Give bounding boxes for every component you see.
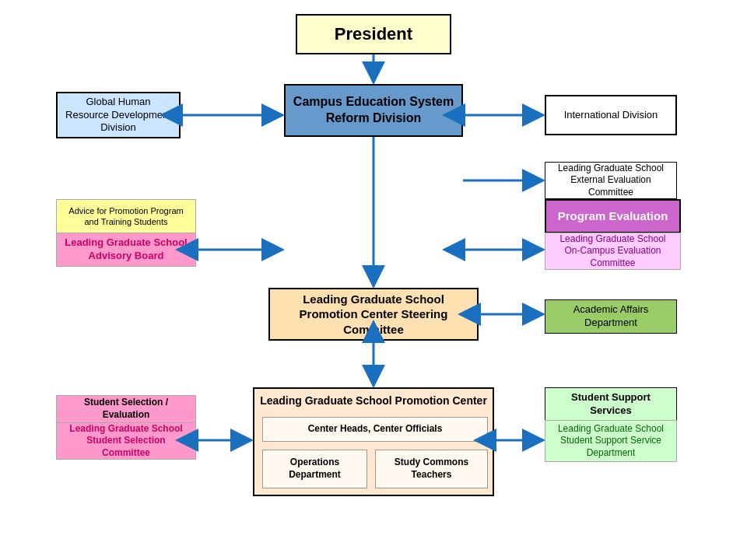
- student-sel-committee-label: Leading Graduate School Student Selectio…: [63, 423, 189, 460]
- president-label: President: [335, 23, 412, 46]
- support-dept-label: Leading Graduate School Student Support …: [552, 423, 670, 460]
- advice-label: Advice for Promotion Program and Trainin…: [63, 205, 189, 228]
- student-sel-label-text: Student Selection / Evaluation: [63, 397, 189, 421]
- international-box: International Division: [545, 95, 677, 135]
- academic-box: Academic Affairs Department: [545, 299, 677, 334]
- external-eval-label: Leading Graduate School External Evaluat…: [552, 163, 670, 199]
- advice-box: Advice for Promotion Program and Trainin…: [56, 199, 196, 233]
- student-sel-committee-box: Leading Graduate School Student Selectio…: [56, 422, 196, 460]
- operations-label: Operations Department: [263, 457, 366, 481]
- oncampus-eval-label: Leading Graduate School On-Campus Evalua…: [552, 233, 674, 270]
- oncampus-eval-box: Leading Graduate School On-Campus Evalua…: [545, 233, 681, 270]
- promotion-center-box: Leading Graduate School Promotion Center…: [253, 387, 494, 496]
- study-commons-box: Study Commons Teachers: [375, 450, 488, 488]
- global-label: Global Human Resource Development Divisi…: [64, 96, 173, 135]
- international-label: International Division: [564, 109, 658, 122]
- support-services-box: Student Support Services: [545, 387, 677, 422]
- study-commons-label: Study Commons Teachers: [376, 457, 487, 481]
- steering-label: Leading Graduate School Promotion Center…: [276, 292, 471, 338]
- advisory-label: Leading Graduate School Advisory Board: [63, 236, 189, 263]
- support-services-label: Student Support Services: [552, 391, 670, 418]
- org-chart: President Campus Education System Reform…: [0, 0, 747, 560]
- global-box: Global Human Resource Development Divisi…: [56, 92, 181, 138]
- president-box: President: [296, 14, 451, 54]
- external-eval-box: Leading Graduate School External Evaluat…: [545, 162, 677, 199]
- program-eval-box: Program Evaluation: [545, 199, 681, 233]
- program-eval-label: Program Evaluation: [558, 208, 668, 224]
- academic-label: Academic Affairs Department: [552, 303, 670, 330]
- center-heads-box: Center Heads, Center Officials: [262, 417, 488, 442]
- operations-box: Operations Department: [262, 450, 367, 488]
- promotion-center-title: Leading Graduate School Promotion Center: [254, 394, 493, 408]
- advisory-box: Leading Graduate School Advisory Board: [56, 233, 196, 267]
- student-sel-label-box: Student Selection / Evaluation: [56, 395, 196, 423]
- support-dept-box: Leading Graduate School Student Support …: [545, 420, 677, 462]
- center-heads-label: Center Heads, Center Officials: [308, 423, 443, 436]
- campus-box: Campus Education System Reform Division: [284, 84, 463, 137]
- steering-box: Leading Graduate School Promotion Center…: [268, 288, 479, 341]
- campus-label: Campus Education System Reform Division: [292, 94, 455, 127]
